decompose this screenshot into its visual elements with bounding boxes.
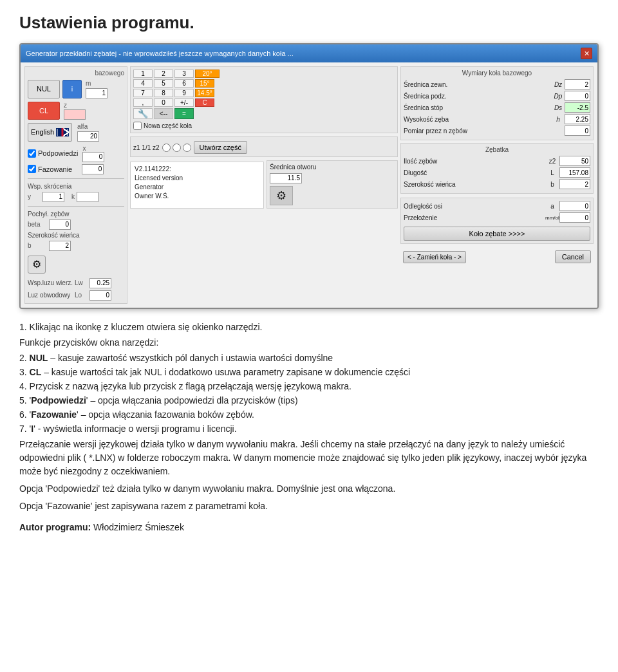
dialog-close-button[interactable]: ✕: [581, 48, 592, 59]
podpowiedzi-row: Podpowiedzi x: [28, 145, 124, 162]
lw-sym: Lw: [75, 279, 88, 286]
b2-sym: b: [545, 181, 559, 188]
num-2[interactable]: 2: [154, 70, 173, 78]
num-plusminus[interactable]: +/-: [174, 98, 194, 107]
kolo-zebate-button[interactable]: Koło zębate >>>>: [404, 227, 590, 241]
x-input[interactable]: [82, 152, 104, 162]
item-6: 6. 'Fazowanie' – opcja włączania fazowan…: [19, 409, 599, 420]
przel-label: Przełożenie: [404, 214, 545, 221]
angle-15[interactable]: 15°: [195, 79, 214, 88]
english-label: English: [31, 128, 54, 136]
ds-sym: Ds: [552, 104, 565, 111]
srednica-otworu-input[interactable]: [270, 173, 302, 183]
dz-sym: Dz: [552, 81, 565, 88]
wymiary-row-h: Wysokość zęba h: [404, 114, 590, 124]
num-0[interactable]: 0: [154, 98, 173, 107]
wymiary-row-dp: Średnica podz. Dp: [404, 91, 590, 101]
b2-input[interactable]: [559, 179, 590, 189]
item-4: 4. Przycisk z nazwą języka lub przycisk …: [19, 381, 599, 391]
func-backspace[interactable]: <--: [154, 108, 173, 119]
lo-sym: Lo: [75, 292, 88, 299]
podpowiedzi-checkbox[interactable]: [28, 149, 36, 158]
num-6[interactable]: 6: [174, 79, 194, 88]
num-4[interactable]: 4: [133, 79, 153, 88]
lw-input[interactable]: [89, 278, 111, 288]
cancel-button[interactable]: Cancel: [555, 250, 591, 263]
fazowanie-checkbox[interactable]: [28, 165, 36, 173]
nowa-czesc-checkbox[interactable]: [133, 122, 142, 130]
wsp-luzu-row: Wsp.luzu wierz. Lw: [28, 278, 124, 288]
num-c[interactable]: C: [195, 98, 214, 107]
z1z2-label: z1 1/1 z2: [133, 144, 160, 151]
item-2: 2. NUL – kasuje zawartość wszystkich pól…: [19, 353, 599, 363]
dialog-window: Generator przekładni zębatej - nie wprow…: [19, 43, 599, 309]
dp-input[interactable]: [565, 91, 590, 101]
func-tool[interactable]: 🔧: [133, 108, 153, 119]
srednica-otworu-label: Średnica otworu: [270, 163, 395, 171]
num-3[interactable]: 3: [174, 70, 194, 78]
m-input[interactable]: [86, 88, 108, 98]
create-button[interactable]: Utwórz część: [194, 141, 247, 154]
num-5[interactable]: 5: [154, 79, 173, 88]
fazowanie-row: Fazowanie: [28, 164, 124, 174]
info-button[interactable]: i: [62, 80, 82, 98]
b-input[interactable]: [49, 241, 71, 251]
x2-input[interactable]: [82, 164, 104, 174]
create-panel: z1 1/1 z2 Utwórz część: [130, 136, 398, 157]
nul-button[interactable]: NUL: [28, 80, 60, 98]
func-equal[interactable]: =: [174, 108, 194, 119]
l-label: Długość: [404, 169, 545, 176]
beta-input[interactable]: [49, 219, 71, 230]
h-input[interactable]: [565, 114, 590, 124]
przel-sym: mm/obr: [545, 215, 559, 221]
content-section: 1. Klikając na ikonkę z kluczem otwiera …: [19, 322, 599, 532]
z2-input[interactable]: [559, 156, 590, 166]
item-6-text: ' – opcja włączania fazowania boków zębó…: [77, 409, 254, 420]
b-row: b: [28, 241, 124, 251]
radio-z1[interactable]: [162, 144, 171, 152]
cl-button[interactable]: CL: [28, 102, 60, 120]
english-button[interactable]: English: [28, 123, 72, 142]
item-7-num: 7.: [19, 424, 30, 434]
gear-button[interactable]: ⚙: [28, 256, 46, 274]
num-9[interactable]: 9: [174, 89, 194, 97]
lo-input[interactable]: [89, 290, 111, 301]
dz-input[interactable]: [565, 79, 590, 89]
num-7[interactable]: 7: [133, 89, 153, 97]
z-input[interactable]: [64, 109, 86, 120]
intro-text-1: 1. Klikając na ikonkę z kluczem otwiera …: [19, 322, 599, 332]
num-1[interactable]: 1: [133, 70, 153, 78]
wymiary-panel: Wymiary koła bazowego Średnica zewn. Dz …: [400, 66, 594, 140]
item-4-text: Przycisk z nazwą języka lub przycisk z f…: [30, 381, 351, 391]
alfa-input[interactable]: [77, 131, 99, 142]
angle-145[interactable]: 14.5°: [195, 89, 214, 97]
num-comma[interactable]: ,: [133, 98, 153, 107]
bottom-bar: < - Zamień koła - > Cancel: [400, 249, 594, 265]
para-1: Przełączanie wersji językowej działa tyl…: [19, 438, 599, 478]
radio-z2[interactable]: [183, 144, 191, 152]
item-3-text: – kasuje wartości tak jak NUL i dodatkow…: [44, 367, 410, 377]
a-input[interactable]: [559, 201, 590, 211]
radio-center[interactable]: [173, 144, 181, 152]
wymiary-row-ds: Średnica stóp Ds: [404, 102, 590, 113]
pomiar-input[interactable]: [565, 126, 590, 136]
wymiary-title: Wymiary koła bazowego: [404, 70, 590, 77]
l-input[interactable]: [559, 167, 590, 178]
podpowiedzi-label: Podpowiedzi: [38, 149, 78, 157]
ds-input[interactable]: [565, 102, 590, 113]
item-7-text: ' - wyświetla informacje o wersji progra…: [33, 424, 236, 434]
dialog-body: bazowego NUL i m CL z: [21, 62, 597, 308]
page-title: Ustawienia programu.: [19, 13, 599, 33]
item-5-num: 5.: [19, 395, 30, 406]
luz-obwodowy-label: Luz obwodowy: [28, 292, 73, 299]
nowa-czesc-row: Nowa część koła: [133, 122, 395, 130]
zamien-button[interactable]: < - Zamień koła - >: [403, 251, 466, 263]
y-input[interactable]: [42, 192, 64, 202]
przel-input[interactable]: [559, 212, 590, 223]
action-row: z1 1/1 z2 Utwórz część: [133, 141, 395, 154]
num-8[interactable]: 8: [154, 89, 173, 97]
odl-row-a: Odległość osi a: [404, 201, 590, 211]
wsp-skrocenia-row: Wsp. skrócenia: [28, 183, 124, 190]
wsp-luzu-label: Wsp.luzu wierz.: [28, 279, 73, 286]
k-input[interactable]: [77, 192, 98, 202]
